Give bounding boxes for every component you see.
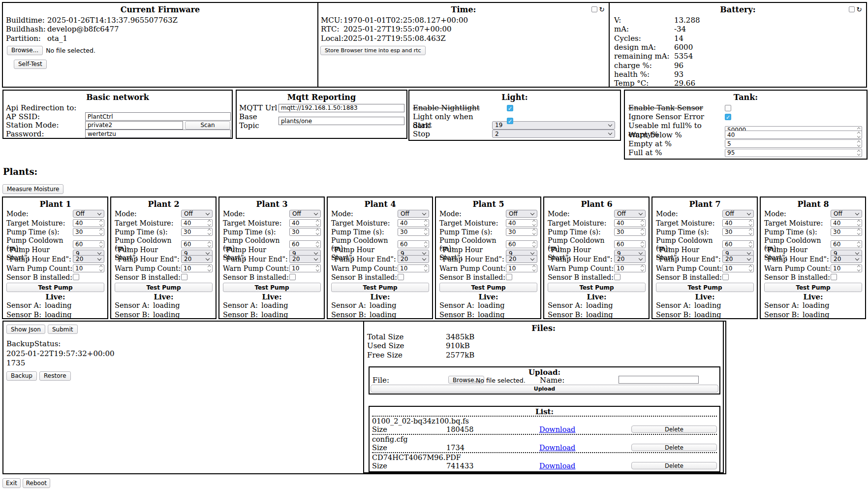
sensor-b-checkbox[interactable]	[722, 274, 729, 280]
test-pump-button[interactable]: Test Pump	[331, 283, 429, 292]
full-at-input[interactable]: 95	[725, 149, 862, 157]
pump-hour-end-select[interactable]: 20	[614, 255, 646, 263]
pump-hour-end-select[interactable]: 20	[181, 255, 213, 263]
pump-time-input[interactable]: 30	[506, 228, 537, 236]
spinner-icon[interactable]	[425, 221, 428, 225]
spinner-icon[interactable]	[533, 266, 536, 270]
target-moisture-input[interactable]: 40	[73, 219, 104, 227]
spinner-icon[interactable]	[425, 230, 428, 234]
exit-button[interactable]: Exit	[2, 478, 21, 488]
station-ssid-input[interactable]	[85, 121, 183, 130]
warn-pump-count-input[interactable]: 10	[506, 264, 537, 272]
test-pump-button[interactable]: Test Pump	[764, 283, 862, 292]
delete-button[interactable]: Delete	[631, 426, 717, 433]
spinner-icon[interactable]	[641, 242, 644, 247]
test-pump-button[interactable]: Test Pump	[6, 283, 104, 292]
firmware-browse-button[interactable]: Browse...	[7, 46, 43, 55]
ap-ssid-input[interactable]	[85, 112, 231, 121]
mode-select[interactable]: Off	[181, 210, 213, 218]
test-pump-button[interactable]: Test Pump	[115, 283, 213, 292]
pump-cooldown-input[interactable]: 60	[614, 240, 646, 248]
spinner-icon[interactable]	[858, 242, 861, 247]
mode-select[interactable]: Off	[73, 210, 104, 218]
spinner-icon[interactable]	[316, 266, 319, 270]
pump-time-input[interactable]: 30	[289, 228, 321, 236]
target-moisture-input[interactable]: 40	[181, 219, 213, 227]
spinner-icon[interactable]	[858, 141, 861, 146]
only-dark-checkbox[interactable]	[507, 118, 513, 124]
sensor-b-checkbox[interactable]	[614, 274, 620, 280]
spinner-icon[interactable]	[100, 242, 103, 247]
test-pump-button[interactable]: Test Pump	[223, 283, 321, 292]
spinner-icon[interactable]	[858, 221, 861, 225]
test-pump-button[interactable]: Test Pump	[439, 283, 537, 292]
nightlight-checkbox[interactable]	[507, 105, 513, 111]
ignore-sensor-error-checkbox[interactable]	[725, 114, 731, 120]
password-input[interactable]	[85, 130, 231, 138]
mode-select[interactable]: Off	[614, 210, 646, 218]
spinner-icon[interactable]	[533, 242, 536, 247]
warn-pump-count-input[interactable]: 10	[722, 264, 754, 272]
scan-button[interactable]: Scan	[185, 121, 230, 130]
measure-moisture-button[interactable]: Measure Moisture	[2, 184, 63, 194]
download-link[interactable]: Download	[539, 462, 575, 470]
spinner-icon[interactable]	[100, 266, 103, 270]
spinner-icon[interactable]	[749, 242, 752, 247]
self-test-button[interactable]: Self-Test	[14, 60, 47, 69]
light-stop-select[interactable]: 2	[492, 130, 615, 138]
warn-pump-count-input[interactable]: 10	[831, 264, 862, 272]
spinner-icon[interactable]	[316, 221, 319, 225]
backup-button[interactable]: Backup	[6, 371, 37, 381]
pump-cooldown-input[interactable]: 60	[73, 240, 104, 248]
spinner-icon[interactable]	[533, 221, 536, 225]
test-pump-button[interactable]: Test Pump	[656, 283, 754, 292]
target-moisture-input[interactable]: 40	[614, 219, 646, 227]
spinner-icon[interactable]	[100, 221, 103, 225]
spinner-icon[interactable]	[533, 230, 536, 234]
battery-auto-refresh-checkbox[interactable]	[849, 6, 855, 12]
pump-hour-end-select[interactable]: 20	[398, 255, 429, 263]
target-moisture-input[interactable]: 40	[289, 219, 321, 227]
warn-pump-count-input[interactable]: 10	[73, 264, 104, 272]
spinner-icon[interactable]	[425, 242, 428, 247]
restore-button[interactable]: Restore	[39, 371, 71, 381]
mqtt-url-input[interactable]	[279, 104, 404, 112]
download-link[interactable]: Download	[539, 426, 575, 433]
tank-enable-checkbox[interactable]	[725, 105, 731, 111]
sensor-b-checkbox[interactable]	[73, 274, 79, 280]
spinner-icon[interactable]	[208, 230, 211, 234]
mode-select[interactable]: Off	[289, 210, 321, 218]
submit-button[interactable]: Submit	[48, 325, 78, 334]
sensor-b-checkbox[interactable]	[289, 274, 296, 280]
target-moisture-input[interactable]: 40	[506, 219, 537, 227]
pump-cooldown-input[interactable]: 60	[722, 240, 754, 248]
store-browser-time-button[interactable]: Store Browser time into esp and rtc	[320, 46, 426, 55]
pump-cooldown-input[interactable]: 60	[289, 240, 321, 248]
spinner-icon[interactable]	[858, 132, 861, 137]
spinner-icon[interactable]	[749, 266, 752, 270]
spinner-icon[interactable]	[641, 230, 644, 234]
spinner-icon[interactable]	[100, 230, 103, 234]
sensor-b-checkbox[interactable]	[398, 274, 404, 280]
sensor-b-checkbox[interactable]	[506, 274, 512, 280]
pump-hour-end-select[interactable]: 20	[506, 255, 537, 263]
warn-pump-count-input[interactable]: 10	[289, 264, 321, 272]
download-link[interactable]: Download	[539, 444, 575, 452]
spinner-icon[interactable]	[641, 266, 644, 270]
upload-button[interactable]: Upload	[371, 385, 718, 393]
mode-select[interactable]: Off	[831, 210, 862, 218]
target-moisture-input[interactable]: 40	[722, 219, 754, 227]
pump-time-input[interactable]: 30	[722, 228, 754, 236]
test-pump-button[interactable]: Test Pump	[548, 283, 646, 292]
pump-cooldown-input[interactable]: 60	[506, 240, 537, 248]
mode-select[interactable]: Off	[722, 210, 754, 218]
pump-hour-end-select[interactable]: 20	[722, 255, 754, 263]
warn-below-input[interactable]: 40	[725, 131, 862, 139]
target-moisture-input[interactable]: 40	[831, 219, 862, 227]
spinner-icon[interactable]	[641, 221, 644, 225]
spinner-icon[interactable]	[316, 242, 319, 247]
mode-select[interactable]: Off	[398, 210, 429, 218]
mode-select[interactable]: Off	[506, 210, 537, 218]
pump-time-input[interactable]: 30	[181, 228, 213, 236]
warn-pump-count-input[interactable]: 10	[398, 264, 429, 272]
